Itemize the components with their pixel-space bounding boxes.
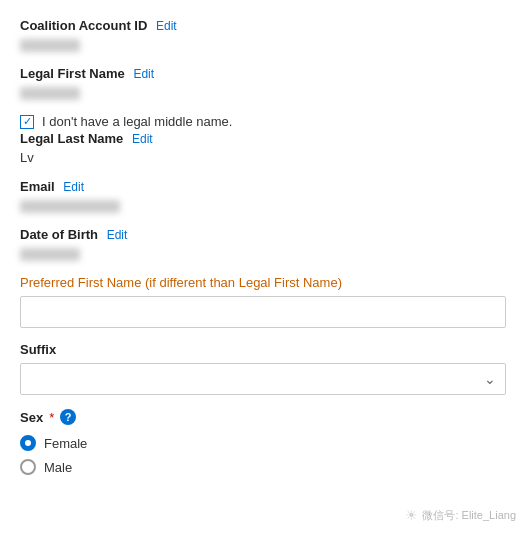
coalition-account-id-label: Coalition Account ID — [20, 18, 147, 33]
preferred-first-name-input[interactable] — [20, 296, 506, 328]
sex-male-radio[interactable] — [20, 459, 36, 475]
legal-last-name-group: Legal Last Name Edit Lv — [20, 131, 506, 165]
checkmark-icon: ✓ — [23, 116, 32, 127]
sex-female-row[interactable]: Female — [20, 435, 506, 451]
dob-edit[interactable]: Edit — [107, 228, 128, 242]
no-middle-name-checkbox[interactable]: ✓ — [20, 115, 34, 129]
legal-last-name-edit[interactable]: Edit — [132, 132, 153, 146]
blurred-dob — [20, 248, 80, 261]
dob-group: Date of Birth Edit — [20, 227, 506, 261]
sex-required-star: * — [49, 410, 54, 425]
watermark-text: 微信号: Elite_Liang — [422, 508, 516, 523]
coalition-account-id-group: Coalition Account ID Edit — [20, 18, 506, 52]
no-middle-name-label: I don't have a legal middle name. — [42, 114, 232, 129]
sex-female-radio[interactable] — [20, 435, 36, 451]
sex-female-label: Female — [44, 436, 87, 451]
dob-label: Date of Birth — [20, 227, 98, 242]
email-group: Email Edit — [20, 179, 506, 213]
no-middle-name-row[interactable]: ✓ I don't have a legal middle name. — [20, 114, 506, 129]
sex-male-label: Male — [44, 460, 72, 475]
blurred-email — [20, 200, 120, 213]
sex-label: Sex — [20, 410, 43, 425]
legal-last-name-label: Legal Last Name — [20, 131, 123, 146]
legal-first-name-edit[interactable]: Edit — [133, 67, 154, 81]
sex-label-row: Sex * ? — [20, 409, 506, 425]
blurred-first-name — [20, 87, 80, 100]
blurred-coalition-id — [20, 39, 80, 52]
suffix-label: Suffix — [20, 342, 56, 357]
watermark-icon: ☀ — [405, 507, 418, 523]
form-container: Coalition Account ID Edit Legal First Na… — [0, 0, 526, 499]
legal-first-name-label: Legal First Name — [20, 66, 125, 81]
coalition-account-id-value — [20, 37, 506, 52]
email-label: Email — [20, 179, 55, 194]
sex-male-row[interactable]: Male — [20, 459, 506, 475]
suffix-select[interactable]: Jr. Sr. II III IV — [20, 363, 506, 395]
legal-first-name-value — [20, 85, 506, 100]
sex-help-icon[interactable]: ? — [60, 409, 76, 425]
preferred-first-name-group: Preferred First Name (if different than … — [20, 275, 506, 328]
legal-first-name-group: Legal First Name Edit — [20, 66, 506, 100]
sex-group: Sex * ? Female Male — [20, 409, 506, 475]
watermark: ☀ 微信号: Elite_Liang — [405, 507, 516, 523]
email-value — [20, 198, 506, 213]
email-edit[interactable]: Edit — [63, 180, 84, 194]
preferred-first-name-label: Preferred First Name (if different than … — [20, 275, 506, 290]
suffix-group: Suffix Jr. Sr. II III IV ⌄ — [20, 342, 506, 395]
dob-value — [20, 246, 506, 261]
legal-last-name-value: Lv — [20, 150, 506, 165]
coalition-account-id-edit[interactable]: Edit — [156, 19, 177, 33]
suffix-select-wrapper: Jr. Sr. II III IV ⌄ — [20, 363, 506, 395]
